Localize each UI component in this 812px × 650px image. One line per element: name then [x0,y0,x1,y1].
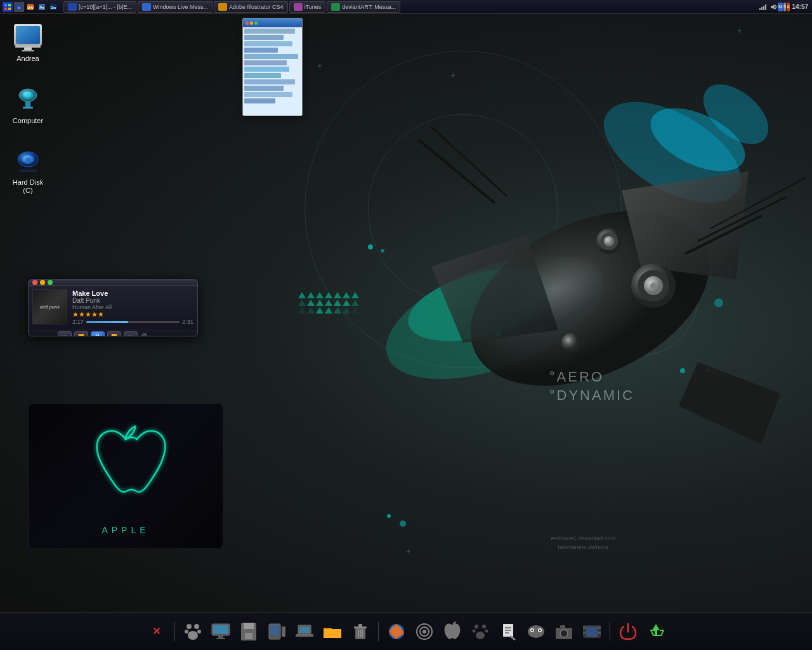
player-controls: ⏮ ⏪ ⏸ ⏩ ⏭ 🔊 [29,329,197,336]
maximize-dot[interactable] [48,280,53,285]
svg-rect-67 [282,627,285,637]
svg-rect-103 [583,632,586,634]
svg-rect-61 [216,638,225,639]
svg-rect-34 [759,8,761,10]
dock-paw[interactable] [180,619,206,644]
dock-target[interactable] [412,619,437,644]
dock-laptop[interactable] [292,619,317,644]
svg-line-10 [431,127,508,197]
time-current: 2:17 [72,319,84,325]
volume-bar[interactable] [150,336,169,337]
svg-rect-102 [583,627,586,629]
svg-point-56 [197,630,201,633]
desktop-icon-andrea[interactable]: Andrea [5,19,51,65]
svg-point-85 [472,629,475,632]
aero-dynamic-text: °AERO °DYNAMIC [549,368,634,404]
apple-text: APPLE [102,525,149,535]
svg-rect-74 [358,624,362,627]
close-dot[interactable] [32,280,37,285]
svg-text:DW: DW [27,6,34,10]
next-button[interactable]: ⏭ [124,331,138,336]
track-title: Make Love [72,289,193,297]
window-thumbnail[interactable] [242,18,303,116]
album-art-inner: daft punk [33,290,67,324]
task-deviantart[interactable]: deviantART: Messa... [327,1,400,13]
player-info: Make Love Daft Punk Human After All ★★★★… [72,289,193,325]
minimize-dot[interactable] [40,280,45,285]
dock-device[interactable] [264,619,289,644]
play-pause-button[interactable]: ⏸ [91,331,105,336]
prev-button[interactable]: ⏮ [58,331,72,336]
task-illustrator[interactable]: Adobe Illustrator CS4 [214,1,288,13]
svg-point-57 [188,631,198,640]
svg-rect-69 [299,627,310,633]
dock-monitor[interactable] [208,619,233,644]
task-itunes[interactable]: iTunes [289,1,326,13]
desktop-icon-harddisk[interactable]: Hard Disk (C) [5,143,51,197]
svg-point-86 [485,629,488,632]
dock-bottom: ✕ [0,612,812,650]
svg-point-82 [422,630,426,633]
svg-rect-52 [19,169,37,172]
start-icon[interactable] [3,2,13,12]
svg-point-21 [561,333,580,352]
ql-icon-1[interactable]: e [14,2,24,12]
dock-apple[interactable] [440,619,465,644]
apple-logo-container: APPLE [78,417,173,535]
dock-paw2[interactable] [468,619,493,644]
dock-camera[interactable] [551,619,577,644]
tray-icons-group[interactable]: IM S A [779,3,788,11]
dock-power[interactable] [615,619,641,644]
svg-point-20 [604,236,614,246]
system-clock: 14:57 [792,3,808,10]
album-art: daft punk [32,289,67,324]
player-body: daft punk Make Love Daft Punk Human Afte… [29,286,197,329]
ql-icon-4[interactable]: Dw [48,2,58,12]
task-cnio[interactable]: [c=10][a=1]... - [b]E... [63,1,136,13]
ql-icon-3[interactable]: Ps [37,2,47,12]
itunes-player: daft punk Make Love Daft Punk Human Afte… [28,279,198,336]
dock-separator-2 [378,622,379,641]
window-tasks: [c=10][a=1]... - [b]E... Windows Live Me… [63,1,755,13]
dock-trash[interactable] [348,619,373,644]
dock-separator-1 [174,622,175,641]
triangle-pattern [298,292,359,314]
svg-rect-100 [560,625,565,628]
rewind-button[interactable]: ⏪ [74,331,88,336]
tray-network[interactable] [759,3,768,11]
svg-rect-104 [598,627,601,629]
svg-rect-64 [245,633,252,639]
volume-icon: 🔊 [140,333,147,336]
dock-folder[interactable] [320,619,345,644]
dock-edit[interactable] [495,619,521,644]
svg-point-92 [528,625,544,638]
track-artist: Daft Punk [72,297,193,304]
player-header [29,280,197,286]
dock-mask[interactable] [523,619,549,644]
progress-fill [86,321,129,323]
svg-rect-24 [4,8,7,10]
dock-film[interactable] [579,619,605,644]
track-album: Human After All [72,304,193,310]
svg-text:Dw: Dw [51,6,56,10]
desktop-icon-computer[interactable]: Computer [5,81,51,128]
computer-label: Computer [13,117,43,125]
dock-close[interactable]: ✕ [144,619,169,644]
tray-volume[interactable] [769,3,778,11]
computer-icon [13,84,43,114]
fast-forward-button[interactable]: ⏩ [107,331,121,336]
svg-rect-73 [354,627,367,628]
svg-rect-63 [244,623,254,629]
svg-point-87 [476,632,485,639]
svg-point-51 [25,157,30,161]
dock-floppy[interactable] [236,619,261,644]
dock-recycle[interactable] [643,619,669,644]
apple-widget: APPLE [28,403,223,549]
task-messenger[interactable]: Windows Live Mess... [138,1,213,13]
ql-icon-2[interactable]: DW [25,2,36,12]
taskbar-top: e DW Ps Dw [c=10][a=1]... - [b]E... Wind… [0,0,812,14]
dock-firefox[interactable] [384,619,409,644]
svg-rect-71 [324,629,341,638]
progress-bar[interactable] [86,321,180,323]
player-progress: 2:17 2:31 [72,319,193,325]
